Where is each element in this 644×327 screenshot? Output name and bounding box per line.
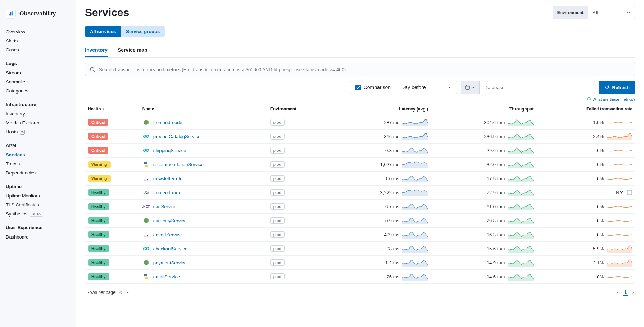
sparkline: [402, 203, 428, 210]
latency-value: 287 ms: [384, 120, 399, 125]
sparkline: [508, 273, 534, 281]
sidebar-item-label: TLS Certificates: [6, 202, 39, 208]
sparkline: [607, 160, 632, 168]
tab-inventory[interactable]: Inventory: [85, 44, 108, 57]
sidebar-item-tls-certificates[interactable]: TLS Certificates: [0, 200, 76, 209]
rows-per-page-select[interactable]: Rows per page: 25: [86, 290, 130, 295]
tab-service-groups[interactable]: Service groups: [121, 26, 165, 37]
col-latency[interactable]: Latency (avg.): [328, 104, 431, 115]
service-link[interactable]: paymentService: [153, 260, 187, 265]
service-link[interactable]: emailService: [153, 274, 180, 280]
health-badge: Healthy: [88, 217, 109, 224]
latency-value: 0.9 ms: [385, 218, 399, 223]
svg-rect-0: [9, 14, 10, 15]
col-health[interactable]: Health↓: [85, 104, 140, 115]
table-row: HealthyGOcheckoutServiceprod98 ms15.6 tp…: [85, 242, 635, 256]
sidebar-item-cases[interactable]: Cases: [0, 45, 76, 54]
col-failed-rate[interactable]: Failed transaction rate: [536, 104, 635, 115]
date-range-group: Database: [461, 81, 595, 94]
help-icon: ?: [587, 97, 591, 101]
environment-value-text: All: [593, 10, 598, 15]
sparkline: [607, 118, 632, 126]
app-title: Observability: [19, 10, 56, 17]
comparison-checkbox[interactable]: [355, 85, 361, 90]
col-name[interactable]: Name: [140, 104, 267, 115]
sidebar-item-traces[interactable]: Traces: [0, 159, 76, 168]
environment-badge: prod: [270, 217, 285, 224]
sparkline: [508, 118, 534, 126]
svg-rect-1: [10, 12, 12, 15]
service-link[interactable]: frontend-rum: [153, 190, 180, 195]
sparkline: [607, 273, 632, 281]
table-row: HealthyemailServiceprod26 ms14.6 tpm0%: [85, 270, 635, 284]
search-box[interactable]: [85, 63, 635, 76]
svg-rect-2: [12, 11, 13, 15]
logo-row: Observability: [0, 6, 76, 26]
col-environment[interactable]: Environment: [267, 104, 328, 115]
date-range-value[interactable]: Database: [480, 85, 595, 90]
sparkline: [508, 146, 534, 154]
col-throughput[interactable]: Throughput: [431, 104, 536, 115]
service-link[interactable]: recommendationService: [153, 162, 204, 167]
table-row: Healthy.NETcartServiceprod6.7 ms61.0 tpm…: [85, 200, 635, 214]
sidebar-item-overview[interactable]: Overview: [0, 27, 76, 36]
nav-section-title: User Experience: [0, 221, 76, 232]
sidebar-item-hosts[interactable]: Hosts⚗: [0, 127, 76, 136]
sidebar-item-services[interactable]: Services: [0, 150, 76, 159]
sidebar-item-dashboard[interactable]: Dashboard: [0, 232, 76, 241]
sidebar-item-alerts[interactable]: Alerts: [0, 36, 76, 45]
service-link[interactable]: productCatalogService: [153, 134, 201, 139]
chart-unavailable-icon: [627, 190, 632, 195]
go-icon: GO: [142, 133, 150, 140]
sidebar-item-synthetics[interactable]: SyntheticsBETA: [0, 209, 76, 218]
go-icon: GO: [142, 245, 150, 252]
health-badge: Warning: [88, 161, 111, 168]
sidebar-item-metrics-explorer[interactable]: Metrics Explorer: [0, 118, 76, 127]
throughput-value: 29.8 tpm: [487, 218, 505, 223]
pager-prev[interactable]: ‹: [617, 290, 618, 295]
chevron-down-icon: [471, 85, 476, 90]
date-picker-button[interactable]: [461, 81, 480, 94]
help-text: What are these metrics?: [593, 97, 635, 101]
sidebar-item-inventory[interactable]: Inventory: [0, 109, 76, 118]
sidebar-item-label: Inventory: [6, 111, 25, 117]
sidebar-item-label: Traces: [6, 161, 20, 167]
failed-rate-value: 0%: [597, 162, 604, 167]
filter-row: Comparison Day before Database Refresh: [85, 81, 635, 94]
sidebar-item-dependencies[interactable]: Dependencies: [0, 168, 76, 177]
failed-rate-value: 0%: [597, 148, 604, 153]
sidebar-item-categories[interactable]: Categories: [0, 86, 76, 95]
service-link[interactable]: shippingService: [153, 148, 186, 153]
service-link[interactable]: checkoutService: [153, 246, 187, 251]
sidebar-item-anomalies[interactable]: Anomalies: [0, 77, 76, 86]
main-content: Services Environment All All services Se…: [76, 0, 644, 327]
refresh-button[interactable]: Refresh: [599, 81, 635, 94]
tab-service-map[interactable]: Service map: [118, 44, 148, 57]
dotnet-icon: .NET: [142, 203, 150, 210]
comparison-checkbox-label[interactable]: Comparison: [350, 81, 396, 94]
service-link[interactable]: advertService: [153, 232, 182, 237]
service-link[interactable]: newsletter-otel: [153, 176, 184, 181]
health-badge: Critical: [88, 147, 108, 154]
pager-next[interactable]: ›: [632, 290, 634, 295]
sparkline: [607, 174, 632, 182]
tab-all-services[interactable]: All services: [85, 26, 121, 37]
environment-badge: prod: [270, 273, 285, 280]
sparkline: [402, 217, 428, 224]
table-row: HealthypaymentServiceprod1.2 ms14.9 tpm2…: [85, 256, 635, 270]
js-icon: JS: [142, 189, 150, 196]
comparison-label: Comparison: [364, 85, 391, 90]
service-link[interactable]: cartService: [153, 204, 177, 209]
latency-value: 98 ms: [387, 246, 399, 251]
service-link[interactable]: currencyService: [153, 218, 187, 223]
search-input[interactable]: [99, 67, 631, 72]
environment-value[interactable]: All: [588, 6, 635, 19]
service-link[interactable]: frontend-node: [153, 120, 182, 125]
pager-current[interactable]: 1: [623, 289, 628, 296]
comparison-select[interactable]: Day before: [396, 81, 457, 94]
sidebar-item-stream[interactable]: Stream: [0, 68, 76, 77]
sidebar-item-uptime-monitors[interactable]: Uptime Monitors: [0, 191, 76, 200]
rows-value: 25: [119, 290, 123, 295]
environment-select[interactable]: Environment All: [553, 6, 635, 19]
help-link[interactable]: ? What are these metrics?: [587, 97, 635, 101]
